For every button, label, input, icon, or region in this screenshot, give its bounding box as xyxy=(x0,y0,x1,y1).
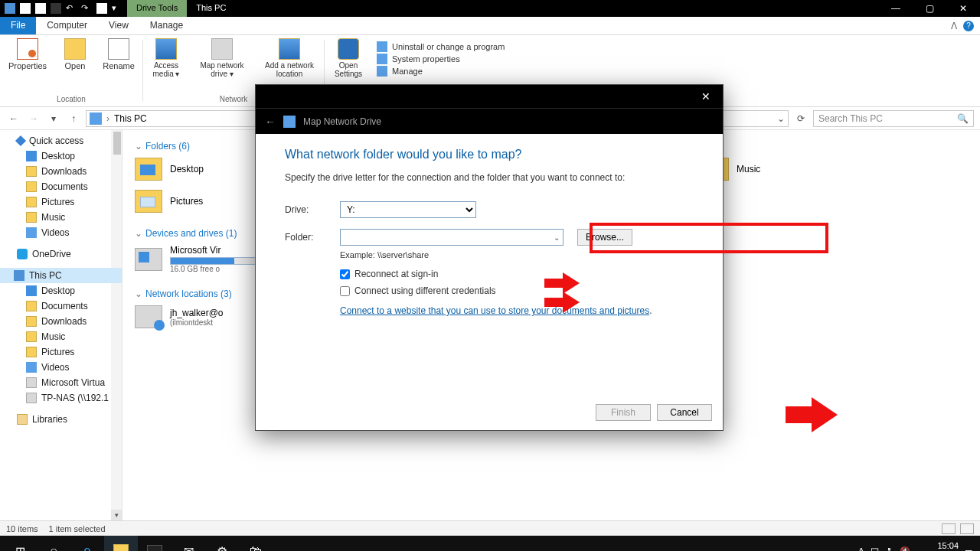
browse-button[interactable]: Browse... xyxy=(577,229,632,246)
sidebar-item-vm[interactable]: Microsoft Virtua xyxy=(0,375,122,390)
store-button[interactable]: 🛍 xyxy=(239,536,273,551)
refresh-button[interactable]: ⟳ xyxy=(793,113,808,124)
clock-time: 15:04 xyxy=(916,541,959,551)
tab-view[interactable]: View xyxy=(98,17,139,34)
chevron-down-icon[interactable]: ▾ xyxy=(112,3,122,14)
tray-network-icon[interactable]: 🖧 xyxy=(885,546,893,551)
scroll-down-button[interactable]: ▾ xyxy=(111,510,122,520)
qat-icon[interactable] xyxy=(35,3,46,14)
tab-file[interactable]: File xyxy=(0,17,36,34)
network-drive-icon xyxy=(135,305,162,328)
pictures-icon xyxy=(26,347,37,357)
sidebar-item-videos[interactable]: Videos xyxy=(0,360,122,375)
tray-volume-icon[interactable]: 🔇 xyxy=(900,546,910,552)
sidebar-item-desktop[interactable]: Desktop xyxy=(0,148,122,164)
tab-drive-tools[interactable]: Drive Tools xyxy=(127,0,187,17)
reconnect-checkbox[interactable] xyxy=(340,269,350,279)
back-button[interactable]: ← xyxy=(265,116,276,128)
sidebar-item-nas[interactable]: TP-NAS (\\192.1 xyxy=(0,390,122,406)
tab-computer[interactable]: Computer xyxy=(36,17,98,34)
credentials-checkbox[interactable] xyxy=(340,286,350,296)
group-header-label: Folders (6) xyxy=(145,141,190,152)
computer-icon xyxy=(90,112,102,125)
dialog-title-bar: ✕ xyxy=(256,85,723,108)
drive-select[interactable]: Y: xyxy=(340,201,476,218)
sidebar-item-libraries[interactable]: Libraries xyxy=(0,412,122,427)
add-network-location-button[interactable]: Add a network location xyxy=(260,38,319,78)
item-label: Pictures xyxy=(170,196,203,207)
drive-label: Drive: xyxy=(285,204,340,215)
drive-icon xyxy=(26,377,37,388)
sidebar-item-downloads[interactable]: Downloads xyxy=(0,164,122,179)
open-settings-button[interactable]: Open Settings xyxy=(329,38,368,78)
tab-manage[interactable]: Manage xyxy=(139,17,194,34)
sidebar-item-quick-access[interactable]: Quick access xyxy=(0,133,122,148)
sidebar-item-documents[interactable]: Documents xyxy=(0,179,122,194)
search-button[interactable]: ○ xyxy=(37,536,70,551)
breadcrumb-item[interactable]: This PC xyxy=(114,113,147,124)
group-title: Location xyxy=(57,92,86,103)
sidebar-item-videos[interactable]: Videos xyxy=(0,225,122,240)
close-button[interactable]: ✕ xyxy=(689,85,723,108)
mail-button[interactable]: ✉ xyxy=(172,536,205,551)
help-icon[interactable]: ? xyxy=(963,21,974,31)
back-button[interactable]: ← xyxy=(6,113,21,124)
sidebar-item-pictures[interactable]: Pictures xyxy=(0,194,122,210)
chevron-down-icon: ⌄ xyxy=(135,228,142,239)
up-button[interactable]: ↑ xyxy=(66,113,81,124)
sidebar-item-music[interactable]: Music xyxy=(0,329,122,344)
ribbon-tabs: File Computer View Manage ᐱ ? xyxy=(0,17,980,35)
map-network-drive-button[interactable]: Map network drive ▾ xyxy=(194,38,250,78)
forward-button[interactable]: → xyxy=(26,113,41,124)
properties-button[interactable]: Properties xyxy=(5,38,51,70)
folder-pictures[interactable]: Pictures xyxy=(135,190,273,213)
icons-view-button[interactable] xyxy=(960,523,974,534)
settings-button[interactable]: ⚙ xyxy=(205,536,239,551)
qat-icon[interactable] xyxy=(20,3,31,14)
sidebar-item-onedrive[interactable]: OneDrive xyxy=(0,246,122,262)
sidebar-item-desktop[interactable]: Desktop xyxy=(0,283,122,298)
minimize-button[interactable]: — xyxy=(879,0,913,17)
folder-desktop[interactable]: Desktop xyxy=(135,158,273,181)
folder-icon xyxy=(113,544,129,551)
undo-icon[interactable]: ↶ xyxy=(66,3,77,14)
open-button[interactable]: Open xyxy=(60,38,90,70)
manage-button[interactable]: Manage xyxy=(377,66,505,77)
chevron-down-icon[interactable]: ⌄ xyxy=(777,113,785,124)
uninstall-program-button[interactable]: Uninstall or change a program xyxy=(377,41,505,52)
details-view-button[interactable] xyxy=(942,523,956,534)
clock[interactable]: 15:04 12/02/2019 xyxy=(916,541,959,551)
explorer-button[interactable] xyxy=(104,536,138,551)
sidebar-item-documents[interactable]: Documents xyxy=(0,298,122,314)
qat-icon[interactable] xyxy=(51,3,61,14)
action-center-button[interactable]: ▭ xyxy=(965,546,972,552)
close-button[interactable]: ✕ xyxy=(946,0,980,17)
terminal-button[interactable] xyxy=(138,536,172,551)
sidebar-item-pictures[interactable]: Pictures xyxy=(0,344,122,360)
system-properties-button[interactable]: System properties xyxy=(377,54,505,64)
network-location-item[interactable]: jh_walker@o (ilmiontdeskt xyxy=(135,305,273,328)
sidebar-item-downloads[interactable]: Downloads xyxy=(0,314,122,329)
collapse-ribbon-icon[interactable]: ᐱ xyxy=(951,21,957,31)
qat-icon[interactable] xyxy=(96,3,107,14)
button-label: Open xyxy=(65,61,86,70)
rename-button[interactable]: Rename xyxy=(100,38,138,70)
sidebar-item-music[interactable]: Music xyxy=(0,210,122,225)
sidebar-item-this-pc[interactable]: This PC xyxy=(0,268,122,283)
redo-icon[interactable]: ↷ xyxy=(81,3,92,14)
search-input[interactable]: Search This PC 🔍 xyxy=(813,110,974,127)
finish-button[interactable]: Finish xyxy=(596,404,651,421)
recent-locations-button[interactable]: ▾ xyxy=(46,113,61,124)
button-label: Manage xyxy=(392,67,423,76)
cancel-button[interactable]: Cancel xyxy=(657,404,712,421)
tray-security-icon[interactable]: 🛡 xyxy=(871,546,879,551)
edge-button[interactable]: e xyxy=(70,536,104,551)
start-button[interactable]: ⊞ xyxy=(3,536,37,551)
taskbar: ⊞ ○ e ✉ ⚙ 🛍 ᐱ 🛡 🖧 🔇 15:04 12/02/2019 ▭ xyxy=(0,536,980,551)
maximize-button[interactable]: ▢ xyxy=(913,0,946,17)
tray-chevron-icon[interactable]: ᐱ xyxy=(858,546,864,552)
access-media-button[interactable]: Access media ▾ xyxy=(148,38,185,78)
connect-website-link[interactable]: Connect to a website that you can use to… xyxy=(340,305,649,316)
folder-combobox[interactable]: ⌄ xyxy=(340,229,564,246)
drive-c[interactable]: Microsoft Vir 16.0 GB free o xyxy=(135,245,273,273)
